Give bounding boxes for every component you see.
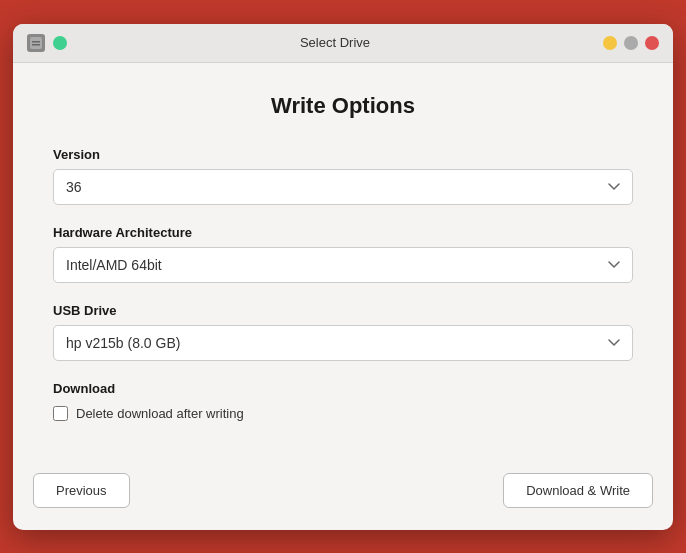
delete-download-label: Delete download after writing bbox=[76, 406, 244, 421]
download-label: Download bbox=[53, 381, 633, 396]
usb-select[interactable]: hp v215b (8.0 GB) bbox=[53, 325, 633, 361]
close-button[interactable] bbox=[645, 36, 659, 50]
window-controls bbox=[603, 36, 659, 50]
minimize-button[interactable] bbox=[603, 36, 617, 50]
svg-rect-2 bbox=[32, 44, 40, 46]
svg-rect-1 bbox=[32, 41, 40, 43]
footer: Previous Download & Write bbox=[13, 457, 673, 530]
hardware-label: Hardware Architecture bbox=[53, 225, 633, 240]
usb-group: USB Drive hp v215b (8.0 GB) bbox=[53, 303, 633, 361]
hardware-select[interactable]: Intel/AMD 64bit ARM aarch64 ARM 32bit bbox=[53, 247, 633, 283]
app-icon bbox=[27, 34, 45, 52]
titlebar: Select Drive bbox=[13, 24, 673, 63]
delete-checkbox-row: Delete download after writing bbox=[53, 406, 633, 421]
version-label: Version bbox=[53, 147, 633, 162]
main-window: Select Drive Write Options Version 36 35… bbox=[13, 24, 673, 530]
titlebar-left bbox=[27, 34, 67, 52]
download-write-button[interactable]: Download & Write bbox=[503, 473, 653, 508]
green-indicator bbox=[53, 36, 67, 50]
page-title: Write Options bbox=[53, 93, 633, 119]
content-area: Write Options Version 36 35 34 33 Hardwa… bbox=[13, 63, 673, 457]
previous-button[interactable]: Previous bbox=[33, 473, 130, 508]
download-section: Download Delete download after writing bbox=[53, 381, 633, 421]
version-select[interactable]: 36 35 34 33 bbox=[53, 169, 633, 205]
usb-label: USB Drive bbox=[53, 303, 633, 318]
hardware-group: Hardware Architecture Intel/AMD 64bit AR… bbox=[53, 225, 633, 283]
version-group: Version 36 35 34 33 bbox=[53, 147, 633, 205]
window-title: Select Drive bbox=[67, 35, 603, 50]
maximize-button[interactable] bbox=[624, 36, 638, 50]
svg-rect-0 bbox=[30, 37, 42, 49]
delete-download-checkbox[interactable] bbox=[53, 406, 68, 421]
